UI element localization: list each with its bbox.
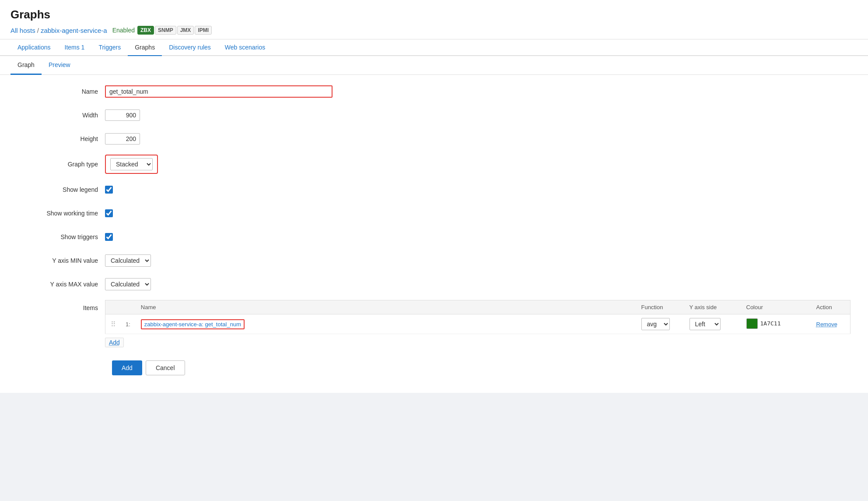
nav-tab-items[interactable]: Items 1 xyxy=(58,39,92,56)
show-legend-label: Show legend xyxy=(18,186,105,193)
form-row-show-triggers: Show triggers xyxy=(18,229,850,245)
y-axis-max-select[interactable]: Calculated Fixed Item xyxy=(105,278,151,290)
cancel-button[interactable]: Cancel xyxy=(146,360,185,375)
badge-ipmi: IPMI xyxy=(195,26,212,35)
y-axis-side-select[interactable]: Left Right xyxy=(690,318,721,330)
items-label: Items xyxy=(18,300,105,311)
items-table: Name Function Y axis side Colour Action … xyxy=(105,300,850,334)
tab-preview[interactable]: Preview xyxy=(42,56,77,75)
drag-handle-icon[interactable]: ⠿ xyxy=(111,321,115,328)
width-input[interactable] xyxy=(105,109,140,121)
height-input[interactable] xyxy=(105,133,140,145)
page-title: Graphs xyxy=(10,8,858,21)
show-working-time-checkbox[interactable] xyxy=(105,209,113,217)
function-select[interactable]: min avg max all last xyxy=(641,318,670,330)
badge-jmx: JMX xyxy=(177,26,194,35)
col-function: Function xyxy=(636,300,684,314)
graph-type-select[interactable]: Normal Stacked Pie Exploded xyxy=(110,158,153,170)
graph-type-group: Normal Stacked Pie Exploded xyxy=(105,155,158,174)
col-name: Name xyxy=(136,300,636,314)
colour-cell: 1A7C11 xyxy=(741,314,811,334)
item-name-link[interactable]: zabbix-agent-service-a: get_total_num xyxy=(141,319,245,329)
colour-swatch[interactable] xyxy=(746,318,758,329)
nav-tab-web-scenarios[interactable]: Web scenarios xyxy=(218,39,272,56)
form-buttons: Add Cancel xyxy=(112,360,850,375)
breadcrumb-host[interactable]: zabbix-agent-service-a xyxy=(41,27,107,34)
nav-tabs-bar: Applications Items 1 Triggers Graphs Dis… xyxy=(0,39,868,56)
form-row-name: Name xyxy=(18,84,850,99)
badge-zbx: ZBX xyxy=(137,26,154,35)
content-area: Graph Preview Name Width Height Graph ty… xyxy=(0,56,868,393)
y-axis-max-label: Y axis MAX value xyxy=(18,281,105,288)
host-badges: Enabled ZBX SNMP JMX IPMI xyxy=(111,26,212,35)
action-cell: Remove xyxy=(811,314,850,334)
add-item-row: Add xyxy=(105,338,850,347)
col-drag xyxy=(105,300,121,314)
name-input[interactable] xyxy=(105,85,332,98)
nav-tab-applications[interactable]: Applications xyxy=(10,39,58,56)
nav-tab-discovery-rules[interactable]: Discovery rules xyxy=(162,39,218,56)
colour-text: 1A7C11 xyxy=(760,320,781,327)
show-legend-checkbox[interactable] xyxy=(105,186,113,194)
breadcrumb-all-hosts[interactable]: All hosts xyxy=(10,27,35,34)
show-working-time-label: Show working time xyxy=(18,210,105,217)
colour-box: 1A7C11 xyxy=(746,318,781,329)
form-row-width: Width xyxy=(18,107,850,123)
col-y-axis-side: Y axis side xyxy=(684,300,741,314)
badge-snmp: SNMP xyxy=(155,26,176,35)
tab-graph[interactable]: Graph xyxy=(10,56,42,75)
page-header: Graphs All hosts / zabbix-agent-service-… xyxy=(0,0,868,39)
status-enabled: Enabled xyxy=(111,27,136,34)
items-table-header: Name Function Y axis side Colour Action xyxy=(105,300,850,314)
breadcrumb: All hosts / zabbix-agent-service-a Enabl… xyxy=(10,26,858,35)
y-axis-min-label: Y axis MIN value xyxy=(18,257,105,264)
show-triggers-checkbox[interactable] xyxy=(105,233,113,241)
items-content: Name Function Y axis side Colour Action … xyxy=(105,300,850,347)
form-row-graph-type: Graph type Normal Stacked Pie Exploded xyxy=(18,155,850,174)
function-cell: min avg max all last xyxy=(636,314,684,334)
nav-tab-triggers[interactable]: Triggers xyxy=(91,39,128,56)
height-label: Height xyxy=(18,135,105,142)
form-area: Name Width Height Graph type Normal Stac… xyxy=(0,75,868,393)
form-row-show-working-time: Show working time xyxy=(18,205,850,221)
item-name-cell: zabbix-agent-service-a: get_total_num xyxy=(136,314,636,334)
add-item-link[interactable]: Add xyxy=(105,338,124,347)
graph-type-label: Graph type xyxy=(18,161,105,168)
row-number: 1: xyxy=(120,314,136,334)
name-label: Name xyxy=(18,88,105,95)
table-row: ⠿ 1: zabbix-agent-service-a: get_total_n… xyxy=(105,314,850,334)
form-tab-panel: Graph Preview xyxy=(0,56,868,75)
add-button[interactable]: Add xyxy=(112,360,142,375)
form-row-show-legend: Show legend xyxy=(18,182,850,198)
form-row-items: Items Name Function Y axis side Colour A… xyxy=(18,300,850,347)
col-colour: Colour xyxy=(741,300,811,314)
y-axis-side-cell: Left Right xyxy=(684,314,741,334)
form-row-y-axis-max: Y axis MAX value Calculated Fixed Item xyxy=(18,276,850,292)
col-num xyxy=(120,300,136,314)
form-row-height: Height xyxy=(18,131,850,147)
nav-tab-graphs[interactable]: Graphs xyxy=(128,39,162,56)
remove-link[interactable]: Remove xyxy=(816,321,837,328)
form-row-y-axis-min: Y axis MIN value Calculated Fixed Item xyxy=(18,253,850,268)
drag-handle-cell: ⠿ xyxy=(105,314,121,334)
width-label: Width xyxy=(18,112,105,119)
y-axis-min-select[interactable]: Calculated Fixed Item xyxy=(105,254,151,267)
breadcrumb-separator: / xyxy=(37,27,39,34)
col-action: Action xyxy=(811,300,850,314)
show-triggers-label: Show triggers xyxy=(18,233,105,240)
